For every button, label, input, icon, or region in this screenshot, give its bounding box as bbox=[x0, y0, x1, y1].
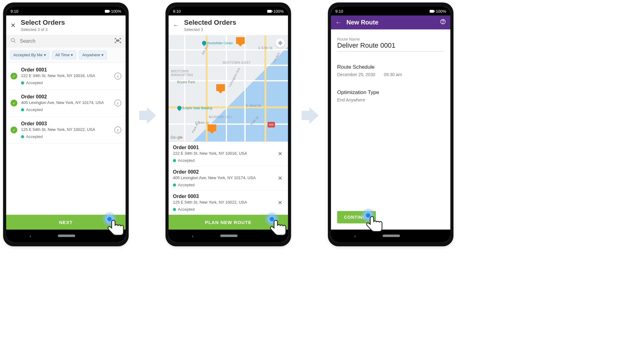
svg-marker-0 bbox=[139, 107, 156, 124]
map-street-label: E 42nd St bbox=[246, 104, 261, 107]
filter-row: Accepted By Me▾ All Time▾ Anywhere▾ bbox=[6, 47, 126, 63]
status-dot-icon bbox=[21, 135, 24, 138]
map-marker-icon[interactable] bbox=[208, 124, 216, 131]
svg-line-3 bbox=[14, 41, 15, 43]
map-district-label: MIDTOWN MANHATTAN bbox=[171, 69, 199, 77]
map-street-label: Lexington Ave bbox=[228, 67, 241, 87]
optimization-type-row[interactable]: Optimization Type End Anywhere bbox=[337, 89, 444, 102]
route-name-input[interactable]: Deliver Route 0001 bbox=[337, 41, 444, 52]
order-status: Accepted bbox=[26, 107, 43, 112]
status-dot-icon bbox=[21, 108, 24, 111]
order-row[interactable]: Order 0003 125 E 54th St, New York, NY 1… bbox=[169, 191, 288, 215]
order-row[interactable]: ✓ Order 0002 405 Lexington Ave, New York… bbox=[6, 90, 126, 117]
order-status: Accepted bbox=[26, 80, 43, 85]
order-address: 405 Lexington Ave, New York, NY 10174, U… bbox=[21, 100, 111, 105]
page-subtitle: Selected 3 of 3 bbox=[21, 27, 65, 32]
remove-icon[interactable]: ✕ bbox=[277, 175, 284, 182]
info-icon[interactable]: i bbox=[114, 127, 121, 133]
status-time: 9:10 bbox=[335, 9, 343, 14]
checkmark-icon[interactable]: ✓ bbox=[11, 73, 17, 80]
filter-chip-location[interactable]: Anywhere▾ bbox=[79, 50, 107, 59]
map-view[interactable]: E 57th St E 42nd St E 34th St 1st Ave 6t… bbox=[169, 35, 288, 142]
nav-back-icon[interactable]: ‹ bbox=[192, 233, 194, 239]
schedule-label: Route Schedule bbox=[337, 64, 444, 70]
battery-icon bbox=[105, 10, 110, 13]
filter-chip-time[interactable]: All Time▾ bbox=[52, 50, 76, 59]
order-status: Accepted bbox=[26, 134, 43, 139]
status-dot-icon bbox=[173, 208, 176, 211]
route-name-label: Route Name bbox=[337, 37, 444, 41]
page-subtitle: Selected 3 bbox=[184, 27, 236, 32]
chevron-down-icon: ▾ bbox=[71, 53, 73, 57]
order-row[interactable]: Order 0001 222 E 34th St, New York, NY 1… bbox=[169, 142, 288, 166]
locate-me-button[interactable] bbox=[276, 38, 285, 48]
route-schedule-row[interactable]: Route Schedule December 25, 203009:30 am bbox=[337, 64, 444, 77]
status-time: 9:10 bbox=[11, 9, 18, 14]
flow-arrow-icon bbox=[139, 107, 156, 124]
battery-icon bbox=[430, 10, 435, 13]
status-battery: 100% bbox=[436, 9, 446, 14]
status-dot-icon bbox=[173, 183, 176, 187]
pointer-hand-icon bbox=[269, 218, 289, 238]
nav-home-icon[interactable] bbox=[58, 235, 75, 237]
optimization-label: Optimization Type bbox=[337, 89, 444, 96]
filter-chip-accepted[interactable]: Accepted By Me▾ bbox=[10, 50, 49, 59]
schedule-time: 09:30 am bbox=[384, 72, 402, 77]
order-title: Order 0001 bbox=[173, 145, 273, 150]
order-row[interactable]: Order 0002 405 Lexington Ave, New York, … bbox=[169, 166, 288, 191]
status-bar: 9:10 100% bbox=[169, 7, 288, 15]
map-marker-icon[interactable] bbox=[216, 84, 225, 91]
map-park-label: Bryant Park bbox=[177, 80, 195, 84]
nav-back-icon[interactable]: ‹ bbox=[30, 233, 31, 239]
chevron-down-icon: ▾ bbox=[101, 53, 104, 57]
optimization-value: End Anywhere bbox=[337, 97, 444, 102]
status-dot-icon bbox=[21, 81, 24, 84]
info-icon[interactable]: i bbox=[114, 100, 121, 106]
checkmark-icon[interactable]: ✓ bbox=[11, 100, 17, 106]
order-status: Accepted bbox=[178, 183, 195, 187]
flow-arrow-icon bbox=[302, 107, 319, 124]
order-title: Order 0002 bbox=[21, 94, 111, 100]
nav-home-icon[interactable] bbox=[383, 235, 400, 237]
remove-icon[interactable]: ✕ bbox=[277, 150, 284, 157]
barcode-scan-icon[interactable] bbox=[114, 38, 121, 45]
page-title: Selected Orders bbox=[184, 19, 236, 27]
app-header: ✕ Select Orders Selected 3 of 3 bbox=[6, 15, 126, 35]
order-address: 405 Lexington Ave, New York, NY 10174, U… bbox=[173, 175, 273, 180]
nav-back-icon[interactable]: ‹ bbox=[354, 233, 356, 239]
svg-point-2 bbox=[11, 38, 15, 42]
map-marker-icon[interactable] bbox=[236, 37, 245, 44]
close-icon[interactable]: ✕ bbox=[11, 22, 16, 29]
status-dot-icon bbox=[173, 159, 176, 162]
map-street-label: E 57th St bbox=[258, 46, 273, 50]
svg-point-15 bbox=[443, 23, 443, 23]
remove-icon[interactable]: ✕ bbox=[277, 199, 284, 206]
info-icon[interactable]: i bbox=[114, 73, 121, 80]
order-row[interactable]: ✓ Order 0001 222 E 34th St, New York, NY… bbox=[6, 63, 126, 90]
chevron-down-icon: ▾ bbox=[44, 53, 46, 57]
back-arrow-icon[interactable]: ← bbox=[173, 22, 179, 29]
order-title: Order 0003 bbox=[21, 121, 111, 127]
app-header: ← New Route bbox=[331, 15, 450, 29]
highway-shield-icon: 495 bbox=[268, 122, 275, 127]
map-poi: Rockefeller Center bbox=[202, 41, 233, 45]
back-arrow-icon[interactable]: ← bbox=[335, 19, 341, 26]
checkmark-icon[interactable]: ✓ bbox=[11, 127, 17, 133]
search-icon bbox=[11, 38, 16, 45]
status-battery: 100% bbox=[273, 9, 284, 14]
schedule-date: December 25, 2030 bbox=[337, 72, 375, 77]
nav-home-icon[interactable] bbox=[220, 235, 238, 237]
page-title: Select Orders bbox=[21, 19, 65, 27]
order-row[interactable]: ✓ Order 0003 125 E 54th St, New York, NY… bbox=[6, 117, 126, 144]
order-status: Accepted bbox=[178, 158, 195, 163]
help-icon[interactable] bbox=[440, 19, 446, 26]
map-street-label: 1st Ave bbox=[272, 52, 281, 63]
status-bar: 9:10 100% bbox=[331, 7, 450, 15]
search-input[interactable] bbox=[20, 38, 111, 44]
svg-marker-1 bbox=[302, 107, 319, 124]
order-address: 125 E 54th St, New York, NY 10022, USA bbox=[21, 127, 111, 132]
order-address: 222 E 34th St, New York, NY 10016, USA bbox=[173, 151, 273, 156]
order-status: Accepted bbox=[178, 207, 195, 212]
svg-point-9 bbox=[280, 43, 281, 43]
pointer-hand-icon bbox=[107, 218, 127, 238]
